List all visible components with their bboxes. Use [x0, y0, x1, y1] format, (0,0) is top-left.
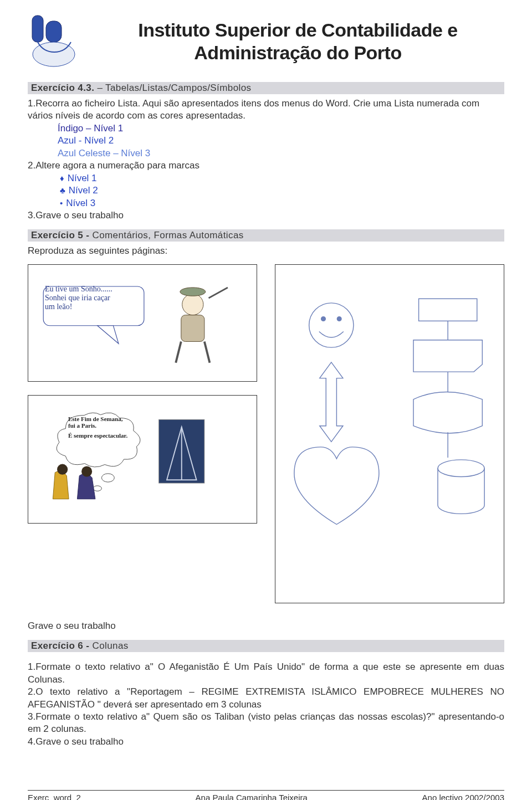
thought-text-a: Este Fim de Semana, fui a Paris.: [68, 416, 146, 429]
institution-line1: Instituto Superior de Contabilidade e: [138, 19, 458, 40]
ex43-body: 1.Recorra ao ficheiro Lista. Aqui são ap…: [28, 98, 504, 222]
footer-left: Exerc_word_2: [28, 793, 81, 800]
svg-rect-7: [181, 315, 204, 341]
ex43-azul: Azul - Nível 2: [58, 135, 504, 147]
m2-label: Nível 2: [69, 184, 98, 197]
ex6-p3: 3.Formate o texto relativo a" Quem são o…: [28, 711, 504, 736]
exercise-6-header: Exercício 6 - Colunas: [28, 640, 504, 652]
svg-point-5: [182, 294, 203, 315]
ex43-p1: 1.Recorra ao ficheiro Lista. Aqui são ap…: [28, 98, 504, 122]
ex43-indigo: Índigo – Nível 1: [58, 122, 504, 135]
diamond-icon: ♦: [60, 173, 64, 184]
svg-line-10: [204, 341, 210, 362]
dot-icon: •: [60, 198, 63, 209]
ex6-title-rest: Colunas: [89, 640, 128, 651]
marker-level-1: ♦Nível 1: [60, 172, 504, 184]
figure-thought-paris: Este Fim de Semana, fui a Paris. É sempr…: [28, 395, 257, 524]
ex6-p2: 2.O texto relativo a "Reportagem – REGIM…: [28, 686, 504, 711]
svg-rect-1: [46, 21, 62, 42]
exercise-43-header: Exercício 4.3. – Tabelas/Listas/Campos/S…: [28, 82, 504, 94]
page-footer: Exerc_word_2 Ana Paula Camarinha Teixeir…: [28, 790, 504, 800]
institution-logo: [28, 11, 80, 72]
footer-center: Ana Paula Camarinha Teixeira: [196, 793, 308, 800]
footer-right1: Ano lectivo 2002/2003: [422, 793, 504, 800]
ex43-title-bold: Exercício 4.3.: [31, 83, 94, 93]
ex5-title-bold: Exercício 5 -: [31, 230, 89, 240]
svg-rect-0: [32, 16, 43, 42]
ex43-p2: 2.Altere agora a numeração para marcas: [28, 160, 504, 172]
footer-right: Ano lectivo 2002/2003 Pág. 3/6: [422, 793, 504, 800]
svg-point-18: [321, 317, 326, 321]
marker-level-3: •Nível 3: [60, 197, 504, 209]
exercise-5-header: Exercício 5 - Comentários, Formas Automá…: [28, 229, 504, 242]
svg-point-6: [180, 288, 206, 296]
document-header: Instituto Superior de Contabilidade e Ad…: [28, 11, 504, 72]
club-icon: ♣: [60, 185, 65, 196]
svg-point-11: [101, 474, 114, 482]
ex6-p1: 1.Formate o texto relativo a" O Afeganis…: [28, 661, 504, 686]
svg-line-9: [176, 341, 181, 362]
m1-label: Nível 1: [68, 172, 97, 184]
svg-point-24: [438, 460, 484, 477]
ex6-body: 1.Formate o texto relativo a" O Afeganis…: [28, 655, 504, 748]
svg-point-19: [337, 317, 341, 321]
ex5-title-rest: Comentários, Formas Automáticas: [89, 230, 243, 240]
ex43-azul-celeste: Azul Celeste – Nível 3: [58, 147, 504, 160]
ex43-p3: 3.Grave o seu trabalho: [28, 209, 504, 222]
figures-right-column: [275, 264, 504, 617]
ex5-save: Grave o seu trabalho: [28, 620, 504, 632]
thought-text-b: É sempre espectacular.: [68, 432, 146, 439]
ex6-p4: 4.Grave o seu trabalho: [28, 736, 504, 748]
ex5-sub: Reproduza as seguintes páginas:: [28, 245, 504, 257]
ex6-title-bold: Exercício 6 -: [31, 640, 89, 651]
figure-speech-hunter: Eu tive um Sonho...... Sonhei que iria c…: [28, 264, 257, 382]
institution-title: Instituto Superior de Contabilidade e Ad…: [91, 19, 504, 64]
figures-left-column: Eu tive um Sonho...... Sonhei que iria c…: [28, 264, 257, 617]
svg-point-17: [309, 303, 354, 347]
svg-point-14: [81, 466, 92, 476]
figure-flowchart-shapes: [275, 264, 504, 603]
svg-point-13: [57, 464, 68, 474]
svg-rect-20: [419, 299, 477, 321]
figures-row: Eu tive um Sonho...... Sonhei que iria c…: [28, 264, 504, 617]
ex43-title-rest: – Tabelas/Listas/Campos/Símbolos: [94, 83, 251, 93]
institution-line2: Administração do Porto: [194, 42, 401, 63]
m3-label: Nível 3: [66, 197, 95, 209]
svg-point-12: [93, 486, 101, 491]
svg-line-8: [209, 288, 228, 298]
marker-level-2: ♣Nível 2: [60, 184, 504, 197]
speech-bubble-1-text: Eu tive um Sonho...... Sonhei que iria c…: [45, 285, 139, 311]
